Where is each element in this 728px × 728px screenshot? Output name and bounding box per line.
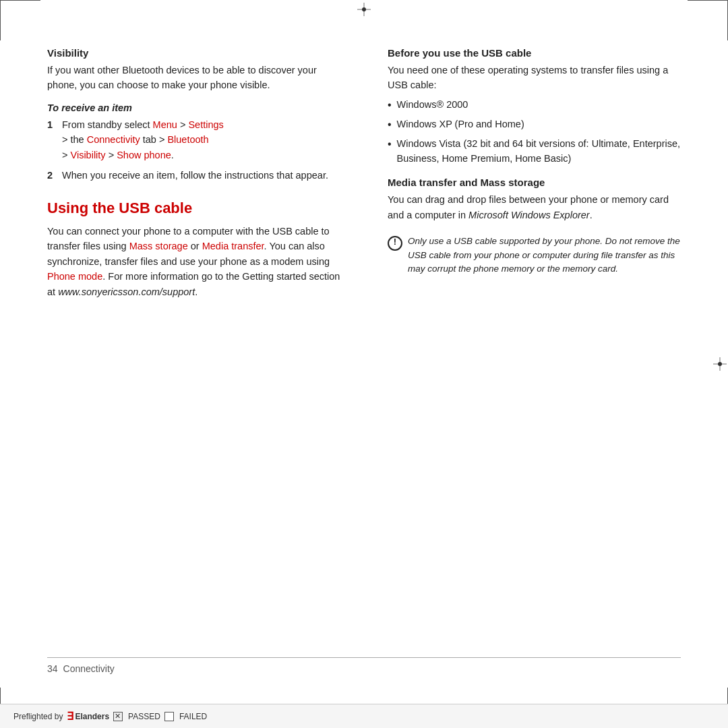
step-1-text: From standby select Menu > Settings> the… <box>62 117 224 162</box>
settings-link: Settings <box>188 119 223 130</box>
os-item-3: Windows Vista (32 bit and 64 bit version… <box>388 136 681 166</box>
preflight-bar: Preflighted by ∃ Elanders PASSED FAILED <box>0 704 728 728</box>
page-section-label: Connectivity <box>63 663 115 674</box>
step-2-text: When you receive an item, follow the ins… <box>62 168 328 183</box>
main-columns: Visibility If you want other Bluetooth d… <box>47 47 681 637</box>
before-usb-heading: Before you use the USB cable <box>388 47 681 59</box>
reg-mark-top <box>357 3 371 16</box>
usb-body: You can connect your phone to a computer… <box>47 224 340 299</box>
mass-storage-link: Mass storage <box>129 241 188 251</box>
failed-label: FAILED <box>179 712 207 721</box>
usb-section-title: Using the USB cable <box>47 200 340 217</box>
os-item-2: Windows XP (Pro and Home) <box>388 117 681 133</box>
content-area: Visibility If you want other Bluetooth d… <box>47 47 681 674</box>
media-transfer-body: You can drag and drop files between your… <box>388 192 681 222</box>
os-item-1: Windows® 2000 <box>388 97 681 114</box>
right-column: Before you use the USB cable You need on… <box>381 47 681 637</box>
elanders-logo: ∃ Elanders <box>67 710 109 723</box>
page-number: 34 <box>47 663 58 674</box>
windows-explorer-text: Microsoft Windows Explorer <box>468 210 590 220</box>
os-list: Windows® 2000 Windows XP (Pro and Home) … <box>388 97 681 166</box>
media-transfer-heading: Media transfer and Mass storage <box>388 177 681 188</box>
media-transfer-link: Media transfer <box>202 241 264 251</box>
warning-icon <box>388 236 401 251</box>
show-phone-link: Show phone <box>117 150 171 160</box>
warning-text: Only use a USB cable supported by your p… <box>408 235 681 276</box>
phone-mode-link: Phone mode <box>47 271 102 282</box>
visibility-link: Visibility <box>71 150 106 160</box>
before-usb-body: You need one of these operating systems … <box>388 63 681 93</box>
connectivity-link: Connectivity <box>87 134 140 145</box>
elanders-e-icon: ∃ <box>67 710 73 723</box>
page-number-line: 34 Connectivity <box>47 658 681 674</box>
step-2: 2 When you receive an item, follow the i… <box>47 168 340 183</box>
visibility-body: If you want other Bluetooth devices to b… <box>47 63 340 93</box>
left-column: Visibility If you want other Bluetooth d… <box>47 47 347 637</box>
steps-list: 1 From standby select Menu > Settings> t… <box>47 117 340 183</box>
warning-box: Only use a USB cable supported by your p… <box>388 235 681 276</box>
passed-label: PASSED <box>128 712 160 721</box>
footer-section: 34 Connectivity <box>47 637 681 674</box>
reg-mark-right <box>713 357 727 371</box>
step-1-num: 1 <box>47 117 62 132</box>
menu-link: Menu <box>153 119 177 130</box>
preflight-label: Preflighted by <box>13 712 63 721</box>
elanders-brand: Elanders <box>75 712 109 721</box>
step-2-num: 2 <box>47 168 62 183</box>
passed-checkbox <box>113 712 123 721</box>
corner-mark-tr <box>688 0 728 40</box>
step-1: 1 From standby select Menu > Settings> t… <box>47 117 340 162</box>
bluetooth-link: Bluetooth <box>167 134 208 145</box>
visibility-heading: Visibility <box>47 47 340 59</box>
corner-mark-tl <box>0 0 40 40</box>
failed-checkbox <box>164 712 174 721</box>
url-text: www.sonyericsson.com/support <box>58 286 195 297</box>
receive-item-heading: To receive an item <box>47 102 340 113</box>
